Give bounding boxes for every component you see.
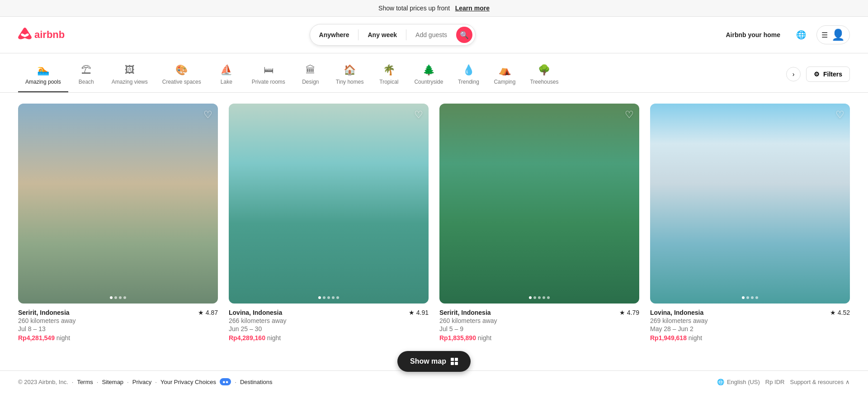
search-icon: 🔍: [460, 31, 469, 39]
dot: [323, 296, 326, 299]
wishlist-button-3[interactable]: ♡: [625, 109, 634, 121]
property-location-2: Lovina, Indonesia: [229, 309, 282, 316]
property-info-2: Lovina, Indonesia ★ 4.91: [229, 309, 429, 316]
rating-value-4: 4.52: [838, 309, 850, 316]
dot: [529, 296, 532, 299]
category-label-camping: Camping: [494, 79, 515, 85]
category-item-amazing-pools[interactable]: 🏊 Amazing pools: [18, 61, 68, 92]
category-item-amazing-views[interactable]: 🖼 Amazing views: [104, 61, 155, 92]
user-menu[interactable]: ☰ 👤: [816, 25, 850, 44]
logo[interactable]: airbnb: [18, 26, 65, 44]
footer-currency[interactable]: Rp IDR: [765, 379, 785, 385]
category-nav: 🏊 Amazing pools ⛱ Beach 🖼 Amazing views …: [0, 53, 868, 93]
search-bar[interactable]: Anywhere Any week Add guests 🔍: [310, 24, 476, 46]
footer-destinations[interactable]: Destinations: [240, 379, 273, 385]
category-label-treehouses: Treehouses: [530, 79, 558, 85]
property-rating-2: ★ 4.91: [409, 309, 429, 316]
footer-privacy[interactable]: Privacy: [132, 379, 152, 385]
footer-terms[interactable]: Terms: [77, 379, 93, 385]
design-icon: 🏛: [306, 64, 316, 76]
dot: [318, 296, 321, 299]
camping-icon: ⛺: [499, 64, 511, 76]
category-item-trending[interactable]: 💧 Trending: [450, 61, 486, 92]
property-info-3: Seririt, Indonesia ★ 4.79: [439, 309, 639, 316]
amazing-views-icon: 🖼: [125, 64, 135, 76]
globe-icon: 🌐: [796, 30, 806, 40]
tiny-homes-icon: 🏠: [344, 64, 356, 76]
location-text: Anywhere: [319, 31, 349, 38]
wishlist-button-4[interactable]: ♡: [835, 109, 844, 121]
dot: [547, 296, 550, 299]
map-icon: [451, 358, 458, 365]
category-item-private-rooms[interactable]: 🛏 Private rooms: [245, 61, 292, 92]
privacy-toggle: ●●: [220, 378, 231, 385]
property-image-3: ♡: [439, 104, 639, 304]
property-distance-4: 269 kilometers away: [650, 317, 850, 324]
image-dots-3: [529, 296, 550, 299]
property-distance-2: 266 kilometers away: [229, 317, 429, 324]
category-item-creative-spaces[interactable]: 🎨 Creative spaces: [155, 61, 208, 92]
category-next-button[interactable]: ›: [786, 67, 801, 81]
star-icon-4: ★: [830, 309, 836, 316]
banner-text: Show total prices up front: [378, 5, 450, 12]
property-dates-3: Jul 5 – 9: [439, 325, 639, 332]
footer-privacy-choices[interactable]: Your Privacy Choices: [160, 379, 216, 385]
category-label-private-rooms: Private rooms: [252, 79, 285, 85]
show-map-label: Show map: [410, 357, 446, 365]
category-label-tropical: Tropical: [379, 79, 398, 85]
banner-link[interactable]: Learn more: [455, 5, 490, 12]
show-map-button[interactable]: Show map: [397, 351, 471, 372]
language-button[interactable]: 🌐: [793, 27, 809, 43]
filter-icon: ⚙: [814, 71, 820, 78]
category-item-tropical[interactable]: 🌴 Tropical: [371, 61, 407, 92]
property-rating-3: ★ 4.79: [619, 309, 639, 316]
avatar-icon: 👤: [831, 28, 845, 41]
property-dates-2: Jun 25 – 30: [229, 325, 429, 332]
dot: [538, 296, 541, 299]
filters-button[interactable]: ⚙ Filters: [806, 66, 850, 82]
dot: [114, 296, 117, 299]
property-card-2[interactable]: ♡ Lovina, Indonesia ★ 4.91 266 kilometer…: [229, 104, 429, 342]
footer-copyright: © 2023 Airbnb, Inc.: [18, 379, 68, 385]
property-card-1[interactable]: ♡ Seririt, Indonesia ★ 4.87 260 kilomete…: [18, 104, 218, 342]
search-button[interactable]: 🔍: [456, 27, 472, 43]
dates-pill[interactable]: Any week: [359, 24, 406, 45]
category-item-camping[interactable]: ⛺ Camping: [486, 61, 523, 92]
category-item-treehouses[interactable]: 🌳 Treehouses: [523, 61, 566, 92]
category-item-beach[interactable]: ⛱ Beach: [68, 61, 104, 92]
footer-right: 🌐 English (US) Rp IDR Support & resource…: [717, 379, 850, 385]
wishlist-button-2[interactable]: ♡: [414, 109, 423, 121]
airbnb-home-button[interactable]: Airbnb your home: [720, 28, 786, 42]
top-banner: Show total prices up front Learn more: [0, 0, 868, 17]
star-icon-2: ★: [409, 309, 415, 316]
footer-support[interactable]: Support & resources ∧: [790, 379, 850, 385]
category-item-lake[interactable]: ⛵ Lake: [208, 61, 245, 92]
property-card-3[interactable]: ♡ Seririt, Indonesia ★ 4.79 260 kilomete…: [439, 104, 639, 342]
wishlist-button-1[interactable]: ♡: [203, 109, 212, 121]
guests-pill[interactable]: Add guests: [406, 24, 456, 45]
header: airbnb Anywhere Any week Add guests 🔍 Ai…: [0, 17, 868, 53]
guests-text: Add guests: [415, 31, 447, 38]
category-label-lake: Lake: [221, 79, 232, 85]
property-card-4[interactable]: ♡ Lovina, Indonesia ★ 4.52 269 kilometer…: [650, 104, 850, 342]
map-icon-cell: [451, 358, 454, 361]
image-dots-2: [318, 296, 339, 299]
chevron-up-icon: ∧: [845, 379, 850, 385]
property-image-4: ♡: [650, 104, 850, 304]
footer-language[interactable]: 🌐 English (US): [717, 379, 760, 385]
property-location-1: Seririt, Indonesia: [18, 309, 70, 316]
footer-sitemap[interactable]: Sitemap: [102, 379, 123, 385]
category-label-trending: Trending: [458, 79, 479, 85]
countryside-icon: 🌲: [423, 64, 435, 76]
location-pill[interactable]: Anywhere: [310, 24, 359, 45]
property-distance-1: 260 kilometers away: [18, 317, 218, 324]
category-item-countryside[interactable]: 🌲 Countryside: [407, 61, 450, 92]
category-item-tiny-homes[interactable]: 🏠 Tiny homes: [329, 61, 371, 92]
category-item-design[interactable]: 🏛 Design: [292, 61, 329, 92]
globe-icon-footer: 🌐: [717, 379, 724, 385]
dot: [746, 296, 749, 299]
star-icon-3: ★: [619, 309, 625, 316]
dot: [327, 296, 330, 299]
category-label-tiny-homes: Tiny homes: [336, 79, 364, 85]
category-label-amazing-views: Amazing views: [112, 79, 148, 85]
